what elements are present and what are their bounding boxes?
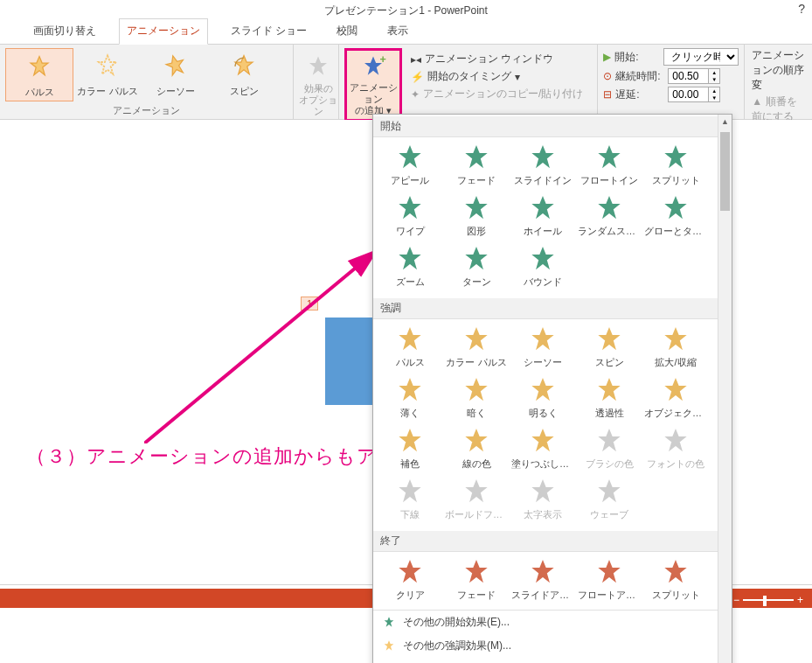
effect-ランダムスト...[interactable]: ランダムスト...: [576, 192, 642, 242]
ribbon: パルス カラー パルス シーソー スピン アニメーション 効果のオプション: [0, 45, 812, 120]
tab-slideshow[interactable]: スライド ショー: [224, 19, 314, 44]
effect-label: 透過性: [578, 407, 641, 420]
effect-label: スライドアウト: [511, 589, 574, 602]
effect-label: ウェーブ: [578, 508, 641, 521]
effect-バウンド[interactable]: バウンド: [510, 242, 576, 293]
star-icon: [8, 51, 71, 84]
tab-view[interactable]: 表示: [380, 19, 415, 44]
advanced-controls: ▸◂アニメーション ウィンドウ ⚡開始のタイミング ▾ ✦アニメーションのコピー…: [402, 48, 592, 122]
effect-フロートアウト[interactable]: フロートアウト: [576, 555, 642, 606]
timing-group: ▶ 開始: クリック時 ⊙ 継続時間: ▲▼ ⊟ 遅延: ▲▼: [598, 45, 745, 119]
clock-icon: ⊙: [603, 70, 612, 82]
more-exit-effects[interactable]: その他の終了効果(X)...: [373, 658, 718, 663]
star-icon: [378, 325, 441, 356]
effect-透過性[interactable]: 透過性: [576, 373, 642, 424]
effect-スライドアウト[interactable]: スライドアウト: [510, 555, 576, 606]
effect-フェード[interactable]: フェード: [443, 141, 510, 192]
star-icon: [445, 477, 508, 508]
star-icon: [644, 557, 707, 589]
effect-label: ボールドフラ...: [445, 508, 508, 521]
section-exit: 終了: [373, 531, 718, 552]
effect-塗りつぶしの色[interactable]: 塗りつぶしの色: [510, 424, 576, 475]
effect-label: グローとターン: [644, 225, 707, 238]
effect-ターン[interactable]: ターン: [443, 242, 510, 293]
gallery-pulse[interactable]: パルス: [5, 48, 73, 101]
star-icon: [578, 375, 641, 407]
effect-補色[interactable]: 補色: [377, 424, 443, 475]
gallery-label: スピン: [212, 85, 276, 98]
star-icon: [378, 557, 441, 589]
effect-スプリット[interactable]: スプリット: [642, 141, 709, 192]
star-icon: [445, 375, 508, 407]
scrollbar-thumb[interactable]: [720, 132, 730, 211]
effect-label: フェード: [445, 589, 508, 602]
delay-input[interactable]: [668, 87, 708, 102]
star-icon: [578, 143, 641, 174]
effect-スピン[interactable]: スピン: [576, 323, 642, 373]
trigger-icon: ⚡: [411, 71, 424, 83]
start-label: 開始:: [614, 50, 660, 65]
effect-グローとターン[interactable]: グローとターン: [642, 192, 709, 242]
effect-ズーム[interactable]: ズーム: [377, 242, 443, 293]
gallery-color-pulse[interactable]: カラー パルス: [73, 48, 142, 100]
effect-label: カラー パルス: [445, 356, 508, 369]
effect-ホイール[interactable]: ホイール: [510, 192, 576, 242]
effect-薄く[interactable]: 薄く: [377, 373, 443, 424]
effect-フォントの色: フォントの色: [642, 424, 709, 475]
more-emphasis-effects[interactable]: その他の強調効果(M)...: [373, 634, 718, 658]
effect-label: ズーム: [378, 276, 441, 289]
effect-オブジェクト ...[interactable]: オブジェクト ...: [642, 373, 709, 424]
effect-label: 太字表示: [511, 508, 574, 521]
help-icon[interactable]: ?: [798, 2, 805, 16]
star-icon: [75, 50, 140, 83]
effect-シーソー[interactable]: シーソー: [510, 323, 576, 373]
effect-label: クリア: [378, 589, 441, 602]
tab-transitions[interactable]: 画面切り替え: [26, 19, 103, 44]
effect-label: 下線: [378, 508, 441, 521]
effect-暗く[interactable]: 暗く: [443, 373, 510, 424]
trigger-button[interactable]: ⚡開始のタイミング ▾: [411, 69, 583, 84]
tab-animations[interactable]: アニメーション: [119, 18, 208, 45]
delay-row: ⊟ 遅延: ▲▼: [603, 87, 739, 102]
section-emphasis: 強調: [373, 298, 718, 319]
duration-spinner[interactable]: ▲▼: [708, 68, 720, 84]
effect-明るく[interactable]: 明るく: [510, 373, 576, 424]
delay-spinner[interactable]: ▲▼: [708, 87, 720, 102]
duration-input[interactable]: [668, 68, 708, 84]
effect-アピール[interactable]: アピール: [377, 141, 443, 192]
effect-クリア[interactable]: クリア: [377, 555, 443, 606]
dropdown-scrollbar[interactable]: ▲ ▼: [718, 115, 732, 663]
delay-label: 遅延:: [615, 87, 664, 102]
scroll-up-icon[interactable]: ▲: [718, 115, 732, 129]
star-icon: [378, 426, 441, 457]
ribbon-tabs: 画面切り替え アニメーション スライド ショー 校閲 表示: [0, 21, 812, 45]
effect-ワイプ[interactable]: ワイプ: [377, 192, 443, 242]
effect-図形[interactable]: 図形: [443, 192, 510, 242]
star-icon: [445, 557, 508, 589]
gallery-spin[interactable]: スピン: [210, 48, 278, 100]
svg-text:+: +: [380, 54, 386, 66]
duration-label: 継続時間:: [615, 69, 664, 84]
more-entrance-effects[interactable]: その他の開始効果(E)...: [373, 611, 718, 634]
effect-フェード[interactable]: フェード: [443, 555, 510, 606]
tab-review[interactable]: 校閲: [330, 19, 364, 44]
star-icon: [445, 244, 508, 276]
animation-order-tag[interactable]: 1: [301, 297, 318, 311]
effect-フロートイン[interactable]: フロートイン: [576, 141, 642, 192]
start-select[interactable]: クリック時: [663, 48, 739, 66]
star-icon: [578, 193, 641, 225]
add-animation-button[interactable]: + アニメーションの追加 ▾: [344, 48, 402, 122]
animation-pane-button[interactable]: ▸◂アニメーション ウィンドウ: [411, 52, 583, 66]
effect-拡大/収縮[interactable]: 拡大/収縮: [642, 323, 709, 373]
effect-パルス[interactable]: パルス: [377, 323, 443, 373]
zoom-slider[interactable]: −+: [733, 596, 803, 604]
effect-カラー パルス[interactable]: カラー パルス: [443, 323, 510, 373]
section-entrance: 開始: [373, 116, 718, 137]
up-icon: ▲: [752, 95, 765, 108]
effect-スプリット[interactable]: スプリット: [642, 555, 709, 606]
effect-スライドイン[interactable]: スライドイン: [510, 141, 576, 192]
effect-label: 薄く: [378, 407, 441, 420]
effect-線の色[interactable]: 線の色: [443, 424, 510, 475]
star-icon: [445, 426, 508, 457]
gallery-teeter[interactable]: シーソー: [142, 48, 210, 100]
